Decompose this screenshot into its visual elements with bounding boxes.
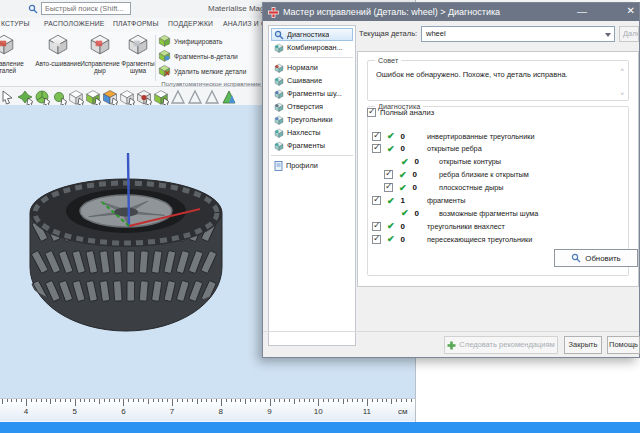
ruler-tick — [362, 399, 363, 402]
mark-disc-icon[interactable] — [51, 89, 67, 105]
footer-separator — [263, 331, 639, 332]
semi-item-0[interactable]: Унифицировать — [158, 34, 264, 49]
tab-3[interactable]: ПОДДЕРЖКИ — [168, 20, 213, 27]
ruler-tick — [21, 399, 22, 402]
ruler-tick — [367, 399, 368, 406]
ruler-tick — [104, 399, 105, 402]
ruler-tick — [7, 399, 8, 402]
diagnostic-row[interactable]: ✓✔0ребра близкие к открытым — [358, 169, 417, 181]
sidebar-item-фрагменты[interactable]: Фрагменты — [271, 139, 353, 152]
dialog-title: Мастер исправлений (Деталь: wheel) > Диа… — [283, 7, 500, 17]
diagnostic-row[interactable]: ✓✔0треугольники внахлест — [358, 220, 405, 232]
ribbon-button-2[interactable]: Исправление дыр — [80, 33, 120, 83]
ruler-tick — [172, 399, 173, 406]
current-part-combobox[interactable]: wheel — [421, 26, 615, 42]
tab-2[interactable]: ПЛАТФОРМЫ — [113, 20, 159, 27]
ok-check-icon: ✔ — [387, 234, 395, 244]
update-button[interactable]: Обновить — [554, 249, 638, 267]
ok-check-icon: ✔ — [387, 221, 395, 231]
mark-pie-icon[interactable] — [34, 89, 50, 105]
ruler-unit: см — [398, 407, 408, 416]
select-cube-green-icon[interactable] — [85, 89, 101, 105]
select-cube-solid-icon[interactable] — [153, 89, 169, 105]
diagnostic-row[interactable]: ✔0открытые контуры — [358, 156, 419, 168]
advice-text: Ошибок не обнаружено. Похоже, что деталь… — [376, 70, 606, 79]
ruler-tick — [221, 399, 222, 406]
select-cube-white-icon[interactable] — [119, 89, 135, 105]
sidebar-item-комбинирован-[interactable]: Комбинирован... — [271, 41, 353, 54]
scroll-up-icon[interactable]: ˄ — [620, 67, 624, 73]
follow-recommendations-button[interactable]: Следовать рекомендациям — [444, 336, 558, 354]
ruler-tick — [245, 399, 246, 404]
minimize-icon[interactable]: — — [577, 6, 587, 17]
shells-icon — [274, 137, 284, 155]
combined-fix-icon — [274, 39, 284, 57]
ok-check-icon: ✔ — [387, 131, 395, 141]
diagnostic-row[interactable]: ✔0возможные фрагменты шума — [358, 207, 419, 219]
search-icon — [28, 4, 38, 14]
row-checkbox[interactable]: ✓ — [384, 170, 393, 179]
next-button[interactable]: Далее — [619, 26, 639, 42]
ruler-tick — [250, 399, 251, 402]
diagnostic-row[interactable]: ✓✔0пересекающиеся треугольники — [358, 233, 405, 245]
ok-check-icon: ✔ — [401, 157, 409, 167]
ruler-tick — [255, 399, 256, 402]
triangle-rule-icon[interactable] — [187, 89, 203, 105]
ruler-tick — [274, 399, 275, 402]
row-checkbox[interactable]: ✓ — [372, 235, 381, 244]
row-checkbox[interactable]: ✓ — [372, 196, 381, 205]
ruler-tick — [114, 399, 115, 402]
row-checkbox[interactable]: ✓ — [372, 132, 381, 141]
tab-0[interactable]: КСТУРЫ — [1, 20, 30, 27]
diagnostic-row[interactable]: ✓✔0плоскостные дыры — [358, 182, 417, 194]
ruler-tick — [70, 399, 71, 402]
select-cube-red-icon[interactable] — [136, 89, 152, 105]
ruler-tick — [109, 399, 110, 402]
row-checkbox[interactable]: ✓ — [372, 222, 381, 231]
ruler-tick — [260, 399, 261, 402]
ribbon-button-1[interactable]: Авто-сшивание — [28, 33, 88, 83]
ruler-tick — [411, 399, 412, 402]
ok-check-icon: ✔ — [399, 183, 407, 193]
diagnostic-row[interactable]: ✓✔0инвертированные треугольники — [358, 130, 405, 142]
row-checkbox[interactable]: ✓ — [372, 144, 381, 153]
ruler-tick — [289, 399, 290, 402]
diagnostic-row[interactable]: ✓✔1фрагменты — [358, 195, 405, 207]
quick-search-input[interactable] — [41, 2, 131, 15]
select-cube-colored-icon[interactable] — [102, 89, 118, 105]
ruler-tick — [343, 399, 344, 404]
cube-icon — [118, 33, 158, 59]
scroll-down-icon[interactable]: ˅ — [620, 91, 624, 97]
ruler-tick — [187, 399, 188, 402]
semi-item-2[interactable]: Удалить мелкие детали — [158, 64, 264, 79]
ruler-tick — [294, 399, 295, 404]
semi-item-1[interactable]: Фрагменты-в-детали — [158, 49, 264, 64]
fix-pages-sidebar: Диагностика Комбинирован... Нормали Сшив… — [268, 25, 356, 346]
error-count: 0 — [401, 132, 405, 141]
triangle-fill-icon[interactable] — [221, 89, 237, 105]
help-button[interactable]: Помощь — [607, 336, 640, 354]
triangle-rule2-icon[interactable] — [204, 89, 220, 105]
sidebar-item-профили[interactable]: Профили — [271, 159, 353, 172]
dialog-titlebar[interactable]: Мастер исправлений (Деталь: wheel) > Диа… — [263, 3, 639, 21]
close-icon[interactable]: ✕ — [627, 5, 635, 16]
ruler-tick — [206, 399, 207, 402]
mark-cross-icon[interactable] — [17, 89, 33, 105]
ruler-tick — [197, 399, 198, 404]
row-checkbox[interactable]: ✓ — [384, 183, 393, 192]
ribbon-button-3[interactable]: Фрагменты шума — [118, 33, 158, 83]
close-button[interactable]: Закрыть — [564, 336, 602, 354]
ruler-tick — [391, 399, 392, 404]
tab-1[interactable]: РАСПОЛОЖЕНИЕ — [44, 20, 105, 27]
triangle-select-icon[interactable] — [170, 89, 186, 105]
ruler-tick — [347, 399, 348, 402]
full-analysis-checkbox[interactable]: ✓ Полный анализ — [367, 108, 434, 117]
ruler-number: 5 — [72, 407, 76, 416]
ruler-tick — [333, 399, 334, 402]
diagnostic-row[interactable]: ✓✔0открытые ребра — [358, 143, 405, 155]
ruler-tick — [99, 399, 100, 404]
group-caption: Полуавтоматическое исправление — [158, 80, 264, 87]
select-cube-icon[interactable] — [68, 89, 84, 105]
ok-check-icon: ✔ — [399, 170, 407, 180]
mark-tool-icon[interactable] — [0, 89, 16, 105]
